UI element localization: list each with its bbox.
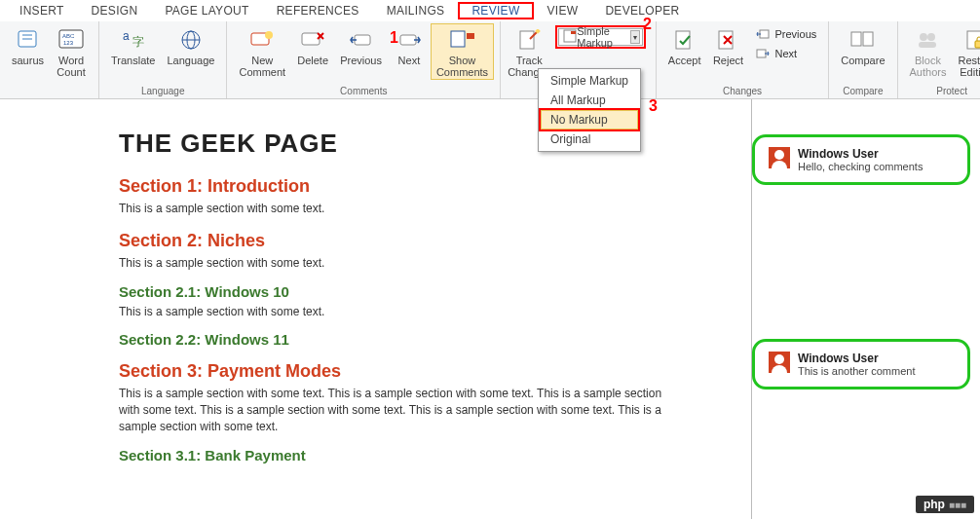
- compare-icon: [849, 27, 877, 53]
- body-text: This is a sample section with some text.: [119, 255, 664, 272]
- svg-point-30: [920, 33, 927, 41]
- previous-comment-button[interactable]: Previous: [334, 23, 388, 68]
- tab-design[interactable]: DESIGN: [78, 2, 152, 19]
- chevron-down-icon: ▾: [630, 30, 640, 44]
- markup-option-simple[interactable]: Simple Markup: [541, 71, 638, 91]
- svg-rect-29: [863, 32, 873, 46]
- group-label-language: Language: [105, 86, 220, 98]
- delete-label: Delete: [297, 55, 328, 66]
- svg-rect-18: [451, 31, 465, 47]
- book-icon: [15, 27, 42, 53]
- avatar-icon: [769, 147, 790, 168]
- delete-comment-button[interactable]: Delete: [291, 23, 334, 68]
- next-icon: [396, 27, 423, 53]
- group-proofing: saurus ABC123 Word Count: [0, 21, 99, 98]
- group-protect: Block Authors Restrict Editing Protect: [898, 21, 980, 98]
- block-authors-icon: [914, 27, 941, 53]
- group-label-comments: Comments: [233, 86, 494, 98]
- translate-label: Translate: [111, 55, 155, 66]
- group-changes: Accept Reject Previous Next Changes: [657, 21, 829, 98]
- svg-point-12: [265, 31, 273, 39]
- heading-section-3: Section 3: Payment Modes: [119, 361, 751, 382]
- document-page[interactable]: THE GEEK PAGE Section 1: Introduction Th…: [0, 99, 752, 519]
- tab-view[interactable]: VIEW: [534, 2, 592, 19]
- heading-section-2: Section 2: Niches: [119, 231, 751, 251]
- previous-change-button[interactable]: Previous: [753, 25, 818, 43]
- reject-label: Reject: [713, 55, 743, 66]
- comments-pane: Windows User Hello, checking comments Wi…: [752, 99, 980, 519]
- markup-value-text: Simple Markup: [577, 25, 625, 49]
- previous-label: Previous: [340, 55, 382, 66]
- body-text: This is a sample section with some text.: [119, 304, 664, 320]
- group-label-compare: Compare: [835, 86, 890, 98]
- globe-icon: [177, 27, 205, 53]
- heading-section-2-1: Section 2.1: Windows 10: [119, 283, 751, 300]
- annotation-3: 3: [649, 97, 658, 115]
- new-comment-button[interactable]: New Comment: [233, 23, 291, 80]
- group-comments: New Comment Delete Previous Next Show Co…: [227, 21, 501, 98]
- delete-icon: [299, 27, 326, 53]
- compare-button[interactable]: Compare: [835, 23, 890, 68]
- word-count-label: Word Count: [57, 55, 85, 78]
- watermark-badge: php■■■: [916, 496, 974, 513]
- next-change-button[interactable]: Next: [753, 45, 818, 62]
- svg-rect-25: [719, 31, 733, 49]
- svg-rect-24: [676, 31, 690, 49]
- language-button[interactable]: Language: [161, 23, 220, 68]
- markup-view-combo[interactable]: Simple Markup ▾: [558, 28, 643, 46]
- comment-author: Windows User: [798, 352, 915, 365]
- previous-change-icon: [755, 26, 771, 42]
- markup-icon: [563, 29, 577, 45]
- ribbon-tabs: INSERT DESIGN PAGE LAYOUT REFERENCES MAI…: [0, 0, 980, 21]
- comment-item[interactable]: Windows User Hello, checking comments: [752, 134, 970, 185]
- markup-option-all[interactable]: All Markup: [541, 91, 638, 110]
- thesaurus-button[interactable]: saurus: [6, 23, 50, 68]
- tab-references[interactable]: REFERENCES: [263, 2, 373, 19]
- restrict-editing-button[interactable]: Restrict Editing: [952, 23, 980, 80]
- svg-text:a: a: [123, 29, 130, 43]
- heading-section-2-2: Section 2.2: Windows 11: [119, 331, 751, 348]
- word-count-button[interactable]: ABC123 Word Count: [50, 23, 93, 80]
- markup-dropdown: Simple Markup All Markup No Markup Origi…: [538, 68, 641, 152]
- translate-button[interactable]: a字 Translate: [105, 23, 161, 68]
- lock-icon: [962, 27, 980, 53]
- svg-rect-17: [400, 35, 416, 45]
- accept-button[interactable]: Accept: [662, 23, 707, 68]
- reject-button[interactable]: Reject: [706, 23, 749, 68]
- svg-rect-13: [302, 33, 320, 45]
- markup-option-none[interactable]: No Markup: [541, 110, 638, 130]
- heading-section-3-1: Section 3.1: Bank Payment: [119, 447, 751, 463]
- svg-text:字: 字: [132, 35, 144, 49]
- markup-combo-highlight: Simple Markup ▾: [555, 25, 646, 49]
- comment-text: This is another comment: [798, 365, 915, 377]
- comment-item[interactable]: Windows User This is another comment: [752, 339, 970, 389]
- group-label-changes: Changes: [662, 86, 822, 98]
- restrict-label: Restrict Editing: [958, 55, 980, 78]
- block-authors-button[interactable]: Block Authors: [904, 23, 953, 80]
- svg-rect-23: [571, 31, 576, 34]
- svg-rect-27: [757, 50, 766, 57]
- ribbon: saurus ABC123 Word Count a字 Translate La…: [0, 21, 980, 99]
- group-label-protect: Protect: [904, 86, 980, 98]
- tab-insert[interactable]: INSERT: [6, 2, 78, 19]
- show-comments-button[interactable]: Show Comments: [431, 23, 494, 80]
- document-area: THE GEEK PAGE Section 1: Introduction Th…: [0, 99, 980, 519]
- tab-page-layout[interactable]: PAGE LAYOUT: [151, 2, 262, 19]
- svg-rect-19: [467, 33, 474, 39]
- tab-review[interactable]: REVIEW: [458, 2, 533, 19]
- previous-icon: [348, 27, 375, 53]
- svg-text:ABC: ABC: [62, 33, 75, 39]
- tab-mailings[interactable]: MAILINGS: [373, 2, 459, 19]
- heading-section-1: Section 1: Introduction: [119, 176, 751, 197]
- new-comment-icon: [248, 27, 276, 53]
- track-changes-icon: [515, 27, 543, 53]
- body-text: This is a sample section with some text.…: [119, 386, 664, 434]
- svg-rect-28: [851, 32, 861, 46]
- avatar-icon: [769, 352, 790, 373]
- language-label: Language: [167, 55, 214, 66]
- next-change-icon: [755, 46, 771, 61]
- annotation-1: 1: [390, 29, 398, 47]
- next-label: Next: [398, 55, 421, 66]
- markup-option-original[interactable]: Original: [541, 130, 638, 149]
- thesaurus-label: saurus: [12, 55, 44, 66]
